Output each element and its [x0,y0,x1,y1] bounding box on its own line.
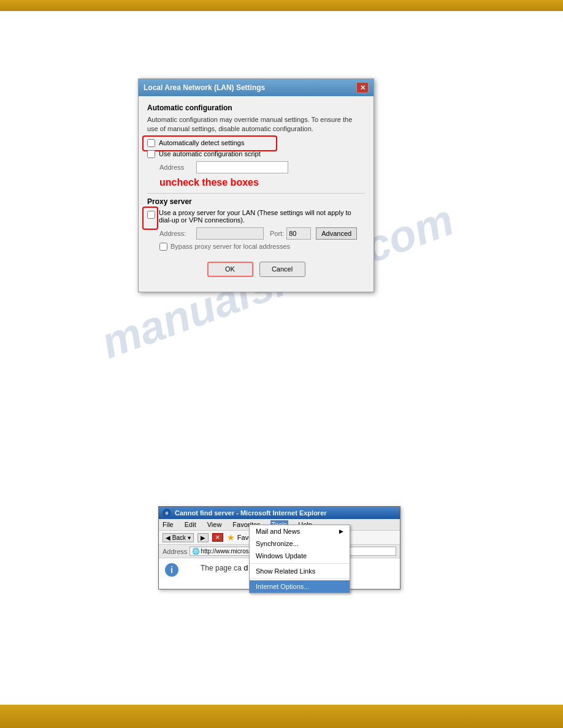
ie-menu-edit[interactable]: Edit [183,520,197,529]
port-label: Port: [270,230,284,237]
dropdown-internet-options[interactable]: Internet Options... [250,580,350,593]
address-row: Address [159,161,365,173]
instruction-text: uncheck these boxes [159,177,365,188]
windows-update-label: Windows Update [256,552,307,559]
auto-script-checkbox[interactable] [147,150,155,158]
bypass-label: Bypass proxy server for local addresses [170,243,290,250]
ie-error-suffix: d [243,563,248,572]
ie-forward-button[interactable]: ▶ [197,533,209,542]
dropdown-separator-2 [250,578,350,579]
ie-stop-button[interactable]: ✕ [212,533,223,542]
proxy-address-input[interactable] [196,227,264,240]
dialog-buttons: OK Cancel [147,257,365,284]
use-proxy-label: Use a proxy server for your LAN (These s… [159,209,365,224]
auto-config-description: Automatic configuration may override man… [147,115,365,134]
dropdown-separator [250,563,350,564]
ie-address-label: Address [163,548,187,555]
ie-address-value: http://www.microso [201,548,252,555]
bottom-bar [0,705,563,728]
use-proxy-row: Use a proxy server for your LAN (These s… [147,209,365,224]
dropdown-windows-update[interactable]: Windows Update [250,550,350,562]
port-input[interactable] [286,227,311,240]
use-proxy-checkbox[interactable] [147,211,155,219]
auto-script-label: Use automatic configuration script [159,150,261,157]
ie-title: Cannot find server - Microsoft Internet … [175,509,327,517]
mail-news-arrow: ▶ [339,528,343,534]
cancel-button[interactable]: Cancel [259,262,305,277]
auto-detect-label: Automatically detect settings [159,139,244,146]
auto-script-row: Use automatic configuration script [147,150,365,158]
lan-dialog-title: Local Area Network (LAN) Settings [144,83,265,92]
ok-button[interactable]: OK [207,262,253,277]
ie-menu-file[interactable]: File [161,520,175,529]
auto-config-title: Automatic configuration [147,104,365,112]
ie-address-icon: 🌐 [192,548,199,555]
dropdown-mail-news[interactable]: Mail and News ▶ [250,525,350,537]
dropdown-show-related[interactable]: Show Related Links [250,565,350,577]
top-bar [0,0,563,11]
synchronize-label: Synchronize... [256,540,299,547]
proxy-section: Proxy server Use a proxy server for your… [147,197,365,251]
ie-menu-view[interactable]: View [206,520,223,529]
address-label: Address [159,164,196,171]
dropdown-synchronize[interactable]: Synchronize... [250,537,350,550]
divider [147,193,365,194]
show-related-label: Show Related Links [256,567,315,575]
ie-titlebar: e Cannot find server - Microsoft Interne… [159,507,400,519]
favorites-star-icon: ★ [227,533,235,542]
proxy-address-label: Address: [159,230,196,237]
lan-dialog-body: Automatic configuration Automatic config… [139,96,373,292]
content-area: manualshive.com Local Area Network (LAN)… [0,11,563,705]
bypass-row: Bypass proxy server for local addresses [159,243,365,251]
bypass-checkbox[interactable] [159,243,167,251]
mail-news-label: Mail and News [256,528,300,535]
lan-settings-dialog: Local Area Network (LAN) Settings ✕ Auto… [138,78,374,292]
proxy-server-title: Proxy server [147,197,365,206]
proxy-address-row: Address: Port: Advanced [159,227,365,240]
ie-error-icon: i [165,563,178,577]
lan-dialog-close-button[interactable]: ✕ [356,82,369,93]
ie-icon: e [163,509,171,517]
ie-error-text: The page ca [201,564,242,572]
ie-back-button[interactable]: ◀ Back ▾ [163,533,194,542]
address-input[interactable] [196,161,288,173]
tools-dropdown: Mail and News ▶ Synchronize... Windows U… [249,525,350,593]
internet-options-label: Internet Options... [256,583,309,590]
auto-detect-row: Automatically detect settings [147,139,365,147]
auto-detect-checkbox[interactable] [147,139,155,147]
lan-dialog-titlebar: Local Area Network (LAN) Settings ✕ [139,79,373,96]
advanced-button[interactable]: Advanced [316,227,357,240]
